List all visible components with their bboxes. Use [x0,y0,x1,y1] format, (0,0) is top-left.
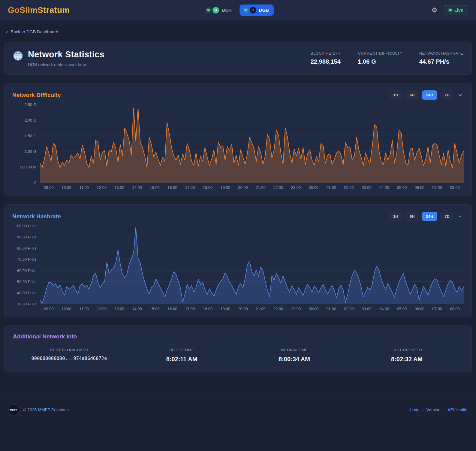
y-axis-labels: 30.00 PH/s40.00 PH/s50.00 PH/s60.00 PH/s… [12,226,40,304]
x-tick-label: 22:00 [270,307,287,311]
coin-tab-bch[interactable]: BBCH [202,5,236,16]
range-button-7d[interactable]: 7D [440,90,454,100]
info-label: LAST UPDATED [351,348,463,352]
range-button-24h[interactable]: 24H [422,90,438,100]
footer-links: Logs|Version|API Health [410,407,468,412]
chevron-down-icon[interactable] [457,93,464,97]
stat-current-difficulty: CURRENT DIFFICULTY1.06 G [358,51,402,65]
x-tick-label: 01:00 [322,185,340,190]
range-button-24h[interactable]: 24H [422,212,438,221]
hashrate-chart-plot[interactable] [40,226,464,304]
time-range-group: 1H6H24H7D [389,212,464,221]
footer-link-api-health[interactable]: API Health [447,407,468,412]
chart-title: Network Hashrate [12,213,61,220]
x-tick-label: 12:00 [93,185,110,190]
network-stats-group: BLOCK HEIGHT22,988,154CURRENT DIFFICULTY… [311,50,463,65]
x-tick-label: 09:00 [40,185,58,190]
x-tick-label: 00:00 [305,307,322,311]
coin-switcher: BBCHĐDGB [202,5,274,16]
y-tick-label: 70.00 PH/s [17,257,36,262]
range-button-1h[interactable]: 1H [389,212,402,221]
chart-header: Network Hashrate 1H6H24H7D [12,212,464,221]
status-dot-icon [207,9,210,11]
y-tick-label: 1.50 G [25,134,36,138]
x-tick-label: 22:00 [270,185,287,190]
chevron-down-icon[interactable] [457,214,464,219]
info-block-time: BLOCK TIME8:02:11 AM [125,348,238,363]
range-button-6h[interactable]: 6H [405,212,419,221]
live-dot-icon [449,9,452,11]
x-tick-label: 12:00 [93,307,110,311]
x-tick-label: 15:00 [146,185,164,190]
info-label: MEDIAN TIME [238,348,351,352]
info-label: BLOCK TIME [125,348,238,352]
stat-label: NETWORK HASHRATE [419,51,463,56]
x-tick-label: 21:00 [252,307,270,311]
app-footer: MMFP © 2026 MMFP Solutions Logs|Version|… [0,398,476,422]
x-tick-label: 02:00 [340,185,358,190]
x-tick-label: 20:00 [234,185,252,190]
y-axis-labels: 0500.00 M1.00 G1.50 G2.00 G2.50 G [12,104,40,183]
coin-tab-dgb[interactable]: ĐDGB [240,5,274,16]
range-button-7d[interactable]: 7D [440,212,454,221]
copyright-text: © 2026 MMFP Solutions [23,407,69,412]
range-button-1h[interactable]: 1H [389,90,402,100]
x-tick-label: 14:00 [128,307,146,311]
y-tick-label: 40.00 PH/s [17,291,36,295]
x-tick-label: 08:00 [446,307,464,311]
x-tick-label: 06:00 [411,307,428,311]
stat-value: 22,988,154 [311,58,341,65]
info-value: 8:02:11 AM [125,356,238,363]
app-header: GoSlimStratum BBCHĐDGB ⚙ Live [0,0,476,20]
main-content: ‹ Back to DGB Dashboard Network Statisti… [0,20,476,372]
info-best-block-hash: BEST BLOCK HASH000000000000...974a86d607… [13,348,125,363]
info-value: 8:02:32 AM [351,356,463,363]
info-value: 000000000000...974a86d6072e [13,356,125,361]
x-tick-label: 01:00 [322,307,340,311]
status-dot-icon [244,9,247,11]
copyright-year: © 2026 [23,407,37,412]
difficulty-chart-plot[interactable] [40,104,464,183]
stat-value: 44.67 PH/s [419,58,463,65]
dgb-coin-icon: Đ [250,7,256,14]
chart-title: Network Difficulty [12,92,61,98]
x-tick-label: 04:00 [375,185,393,190]
info-grid: BEST BLOCK HASH000000000000...974a86d607… [13,348,463,363]
y-tick-label: 0 [34,180,36,185]
footer-link-version[interactable]: Version [426,407,441,412]
page-subtitle: DGB network metrics over time [28,62,104,67]
x-tick-label: 23:00 [287,185,305,190]
app-logo[interactable]: GoSlimStratum [8,5,70,15]
info-title: Additional Network Info [13,333,463,340]
stat-block-height: BLOCK HEIGHT22,988,154 [311,51,341,65]
footer-link-separator: | [443,407,444,412]
y-tick-label: 2.50 G [25,102,36,107]
x-tick-label: 16:00 [164,307,181,311]
stat-value: 1.06 G [358,58,402,65]
coin-label: DGB [259,8,269,13]
x-tick-label: 02:00 [340,307,358,311]
footer-link-logs[interactable]: Logs [410,407,419,412]
x-tick-label: 06:00 [411,185,428,190]
stat-network-hashrate: NETWORK HASHRATE44.67 PH/s [419,51,463,65]
y-tick-label: 80.00 PH/s [17,246,36,250]
settings-gear-icon[interactable]: ⚙ [431,7,437,14]
x-tick-label: 15:00 [146,307,164,311]
x-tick-label: 19:00 [216,185,234,190]
back-link-label: Back to DGB Dashboard [11,29,58,34]
info-median-time: MEDIAN TIME8:00:34 AM [238,348,351,363]
stat-label: BLOCK HEIGHT [311,51,341,56]
x-tick-label: 13:00 [110,185,128,190]
page-title: Network Statistics [28,50,104,59]
x-tick-label: 09:00 [40,307,58,311]
x-tick-label: 03:00 [358,185,375,190]
y-tick-label: 1.00 G [25,149,36,154]
y-tick-label: 2.00 G [25,118,36,123]
back-link[interactable]: ‹ Back to DGB Dashboard [6,29,58,35]
x-axis-labels: 09:0010:0011:0012:0013:0014:0015:0016:00… [12,307,464,311]
company-link[interactable]: MMFP Solutions [38,407,68,412]
x-tick-label: 18:00 [199,307,216,311]
info-label: BEST BLOCK HASH [13,348,125,352]
range-button-6h[interactable]: 6H [405,90,419,100]
x-tick-label: 05:00 [393,185,411,190]
